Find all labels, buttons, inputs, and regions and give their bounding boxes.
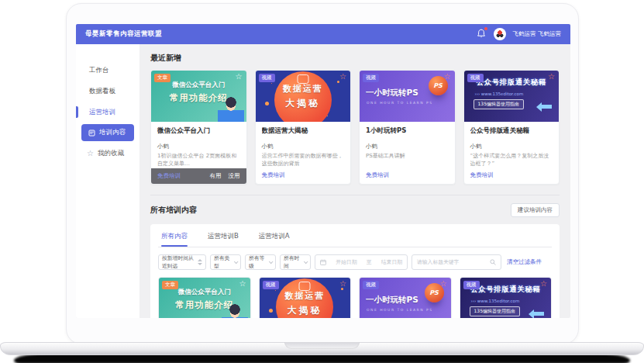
sort-stepper-icon[interactable] [198,259,202,265]
card-author: 小鹤 [470,143,553,150]
thumbnail-url: ››› www.135editor.com [464,92,560,96]
calendar-icon [320,259,326,265]
mascot-illustration [222,304,248,318]
feedback-buttons: 有用 没用 [210,172,240,180]
card-thumbnail: 视频 ☆ 公众号排版通关秘籍 ››› www.135editor.com 135… [460,278,552,318]
favorite-star-icon[interactable]: ☆ [440,279,447,288]
training-card[interactable]: 视频 ☆ 数据运营 大揭秘 数据运营大揭秘 小鹤 运营工作中所需要的数据有哪些，… [255,70,352,185]
card-thumbnail: 文章 ☆ 微信公众平台入门 常用功能介绍 [151,71,246,122]
suggest-content-button[interactable]: 建议培训内容 [511,203,560,217]
notification-dot [484,27,487,30]
favorite-star-icon[interactable]: ☆ [339,72,346,81]
training-card[interactable]: 视频 ☆ 公众号排版通关秘籍 ››› www.135editor.com 135… [460,277,553,318]
arrow-left-icon [542,105,552,109]
card-type-badge: 视频 [363,74,379,82]
end-date-placeholder[interactable]: 结束日期 [381,258,402,266]
thumbnail-subtitle: ONE HOUR TO LEARN PS [360,101,455,105]
card-body: 1小时玩转PS 小鹤 PS基础工具讲解 免费培训 [360,122,455,184]
sidebar-item-training-content[interactable]: 培训内容 [81,124,134,141]
useful-button[interactable]: 有用 [210,172,222,180]
training-card[interactable]: 文章 ☆ 微信公众平台入门 常用功能介绍 微信公众平台入门 小鹤 1初识微信公众… [150,70,247,185]
card-title[interactable]: 公众号排版通关秘籍 [470,126,553,136]
card-type-badge: 视频 [259,74,275,82]
tab-training-a[interactable]: 运营培训A [259,232,290,247]
type-filter-value: 所有类型 [214,254,234,270]
sidebar-item-label: 运营培训 [89,108,115,117]
training-card[interactable]: 文章 ☆ 微信公众平台入门 常用功能介绍 微信公众平台入门 小鹤 1初识微信公众… [158,277,251,318]
sidebar-item-training[interactable]: 运营培训 [76,102,139,123]
app-header: 母婴新零售内容运营联盟 飞鹤运营 飞鹤运营 [76,24,570,44]
tab-training-b[interactable]: 运营培训B [208,232,239,247]
chevron-down-icon [234,260,239,264]
favorite-star-icon[interactable]: ☆ [236,72,243,81]
card-body: 公众号排版通关秘籍 小鹤 “这个样式要怎么用？复制之后没边框了？” 免费培训 [464,122,560,184]
card-type-badge: 视频 [263,281,279,289]
notifications-bell-icon[interactable] [477,29,487,40]
card-thumbnail: 视频 ☆ 数据运营 大揭秘 [256,71,351,122]
not-useful-button[interactable]: 没用 [229,172,240,180]
all-section-title: 所有培训内容 [150,205,197,216]
filter-bar: 按新增时间从近到远 所有类型 所有等级 [158,247,552,277]
thumbnail-title: 数据运营 [256,83,351,95]
sidebar-item-label: 我的收藏 [98,149,124,158]
favorite-star-icon[interactable]: ☆ [239,279,246,288]
start-date-placeholder[interactable]: 开始日期 [336,258,356,266]
mascot-illustration [218,97,244,122]
all-content-panel: 所有内容 运营培训B 运营培训A 按新增时间从近到远 [150,224,560,318]
training-card[interactable]: 视频 ☆ 数据运营 大揭秘 数据运营大揭秘 小鹤 运营工作中所需要的数据有哪些，… [259,277,352,318]
card-thumbnail: 文章 ☆ 微信公众平台入门 常用功能介绍 [159,278,250,318]
card-feedback-overlay: 免费培训 有用 没用 [151,168,246,184]
sort-order-select[interactable]: 按新增时间从近到远 [158,254,206,270]
all-cards-row: 文章 ☆ 微信公众平台入门 常用功能介绍 微信公众平台入门 小鹤 1初识微信公众… [158,277,552,318]
tab-all-content[interactable]: 所有内容 [161,232,188,247]
laptop-screen: 母婴新零售内容运营联盟 飞鹤运营 飞鹤运营 [66,3,579,344]
keyword-search-input[interactable]: 请输入标题关键字 [412,254,501,270]
thumbnail-title: 数据运营 [260,290,351,302]
search-placeholder: 请输入标题关键字 [417,258,459,266]
training-card[interactable]: 视频 ☆ 一小时玩转PS ONE HOUR TO LEARN PS PS 1小时… [359,277,452,318]
search-icon [490,259,496,265]
free-training-tag: 免费培训 [157,172,181,180]
content-tabs: 所有内容 运营培训B 运营培训A [158,224,552,247]
card-title[interactable]: 微信公众平台入门 [157,126,240,136]
laptop-mockup: 母婴新零售内容运营联盟 飞鹤运营 飞鹤运营 [0,0,644,363]
card-type-badge: 文章 [154,74,170,82]
card-title[interactable]: 数据运营大揭秘 [262,126,345,136]
date-range-picker[interactable]: 开始日期 至 结束日期 [315,254,408,270]
card-type-badge: 文章 [162,281,178,289]
user-avatar[interactable] [494,28,506,40]
sidebar-item-workbench[interactable]: 工作台 [76,60,139,81]
card-thumbnail: 视频 ☆ 一小时玩转PS ONE HOUR TO LEARN PS PS [360,71,455,122]
thumbnail-pill: 135编辑器使用指南 [474,99,524,109]
card-body: 数据运营大揭秘 小鹤 运营工作中所需要的数据有哪些，这些数据的背后 免费培训 [256,122,351,184]
user-name[interactable]: 飞鹤运营 飞鹤运营 [513,30,561,38]
date-range-separator: 至 [367,258,372,266]
sidebar: 工作台 数据看板 运营培训 培训内容 [76,44,139,318]
thumbnail-url: ››› www.135editor.com [460,299,552,303]
sidebar-item-favorites[interactable]: ☆ 我的收藏 [76,144,139,163]
training-card[interactable]: 视频 ☆ 一小时玩转PS ONE HOUR TO LEARN PS PS 1小时… [359,70,456,185]
type-filter-select[interactable]: 所有类型 [210,254,241,270]
level-filter-value: 所有等级 [249,254,269,270]
favorite-star-icon[interactable]: ☆ [339,279,346,288]
favorite-star-icon[interactable]: ☆ [444,72,451,81]
training-card[interactable]: 视频 ☆ 公众号排版通关秘籍 ››› www.135editor.com 135… [463,70,560,185]
sidebar-item-dashboard[interactable]: 数据看板 [76,81,139,102]
app-window: 母婴新零售内容运营联盟 飞鹤运营 飞鹤运营 [76,24,570,318]
chevron-down-icon [304,260,308,264]
card-thumbnail: 视频 ☆ 公众号排版通关秘籍 ››› www.135editor.com 135… [464,71,560,122]
card-description: 运营工作中所需要的数据有哪些，这些数据的背后 [262,153,345,168]
free-training-tag: 免费培训 [262,171,345,179]
time-filter-select[interactable]: 所有时间 [280,254,311,270]
level-filter-select[interactable]: 所有等级 [245,254,276,270]
active-indicator [76,106,78,118]
favorite-star-icon[interactable]: ☆ [540,279,547,288]
card-thumbnail: 视频 ☆ 一小时玩转PS ONE HOUR TO LEARN PS PS [360,278,451,318]
thumbnail-subtitle: 大揭秘 [256,97,351,110]
sort-order-value: 按新增时间从近到远 [162,254,198,270]
clear-filters-link[interactable]: 清空过滤条件 [507,258,542,266]
favorite-star-icon[interactable]: ☆ [548,72,555,81]
card-title[interactable]: 1小时玩转PS [366,126,449,136]
card-author: 小鹤 [157,143,240,150]
free-training-tag: 免费培训 [470,171,553,179]
